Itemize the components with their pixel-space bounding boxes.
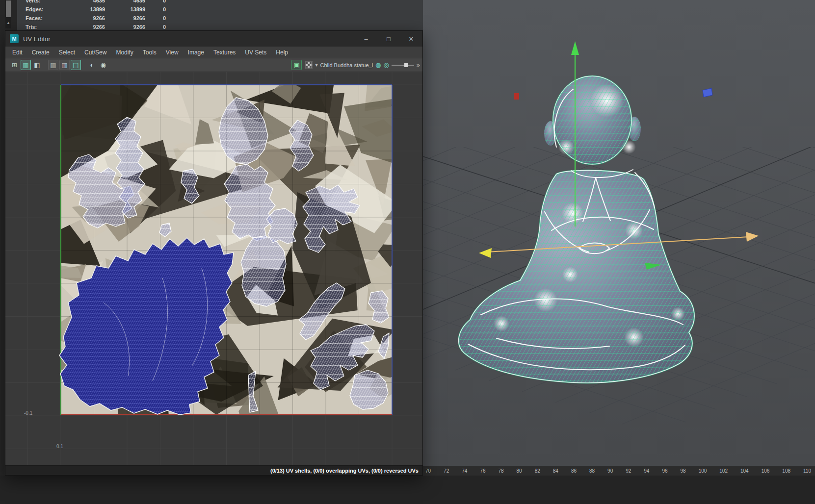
scrollbar-thumb[interactable] bbox=[6, 0, 11, 17]
time-slider[interactable]: 7072747678808284868890929496981001021041… bbox=[423, 466, 815, 476]
timeline-tick[interactable]: 110 bbox=[803, 468, 811, 474]
hud-value: 9266 bbox=[105, 14, 145, 23]
shade-shells-icon[interactable]: ▤ bbox=[71, 60, 81, 70]
slider-handle[interactable] bbox=[404, 63, 408, 67]
buddha-model[interactable] bbox=[459, 76, 694, 383]
hud-row: Edges:13899138990 bbox=[26, 5, 166, 14]
uv-canvas[interactable] bbox=[5, 72, 422, 465]
hud-row: Verts:463546350 bbox=[26, 0, 166, 5]
hud-label: Verts: bbox=[26, 0, 54, 5]
hud-row: Faces:926692660 bbox=[26, 14, 166, 23]
uv-lattice-icon[interactable]: ⊞ bbox=[9, 60, 20, 70]
menu-cut-sew[interactable]: Cut/Sew bbox=[84, 49, 106, 56]
menu-tools[interactable]: Tools bbox=[143, 49, 157, 56]
maximize-button[interactable]: □ bbox=[377, 31, 400, 47]
range-slider-area bbox=[0, 476, 815, 504]
image-display-icon[interactable]: ▣ bbox=[291, 60, 302, 70]
uv-canvas-area[interactable]: -0.1 0.1 bbox=[5, 72, 422, 465]
scroll-up-icon[interactable]: ▲ bbox=[5, 20, 11, 26]
hud-value: 13899 bbox=[105, 5, 145, 14]
minimize-button[interactable]: – bbox=[355, 31, 377, 47]
timeline-tick[interactable]: 92 bbox=[626, 468, 631, 474]
maya-screen: ▲ Verts:463546350Edges:13899138990Faces:… bbox=[0, 0, 815, 504]
poly-count-hud: Verts:463546350Edges:13899138990Faces:92… bbox=[26, 0, 166, 31]
uv-titlebar[interactable]: M UV Editor – □ ✕ bbox=[5, 31, 422, 47]
uv-statusbar: (0/13) UV shells, (0/0) overlapping UVs,… bbox=[5, 465, 422, 475]
hud-label: Edges: bbox=[26, 5, 54, 14]
timeline-tick[interactable]: 98 bbox=[681, 468, 686, 474]
uv-editor-window: M UV Editor – □ ✕ EditCreateSelectCut/Se… bbox=[5, 30, 423, 476]
hud-value: 4635 bbox=[54, 0, 105, 5]
material-swatch-icon[interactable]: ◍ bbox=[375, 61, 381, 69]
grid-coordinate-label: 0.1 bbox=[56, 444, 63, 449]
window-title: UV Editor bbox=[23, 35, 51, 43]
uv-menubar: EditCreateSelectCut/SewModifyToolsViewIm… bbox=[5, 47, 422, 58]
hud-value: 4635 bbox=[105, 0, 145, 5]
uv-toolbar: ⊞ ▦ ◧ ▦ ▥ ▤ ◐ ◉ ▣ ▾ Child Buddha statue_… bbox=[5, 58, 422, 72]
hud-label: Faces: bbox=[26, 14, 54, 23]
hud-value: 9266 bbox=[54, 14, 105, 23]
y-axis-arrowhead[interactable] bbox=[571, 41, 579, 55]
pixel-snap-icon[interactable]: ▥ bbox=[59, 60, 70, 70]
uv-shell[interactable] bbox=[241, 236, 286, 306]
timeline-tick[interactable]: 84 bbox=[553, 468, 558, 474]
timeline-tick[interactable]: 88 bbox=[589, 468, 595, 474]
menu-image[interactable]: Image bbox=[188, 49, 204, 56]
blue-plane-handle[interactable] bbox=[703, 88, 712, 97]
timeline-tick[interactable]: 80 bbox=[517, 468, 522, 474]
scrollbar-track[interactable]: ▲ bbox=[5, 0, 11, 28]
toolbar-separator bbox=[82, 65, 87, 65]
timeline-tick[interactable]: 96 bbox=[662, 468, 667, 474]
timeline-tick[interactable]: 100 bbox=[699, 468, 707, 474]
perspective-viewport[interactable] bbox=[423, 0, 815, 466]
viewport-canvas[interactable] bbox=[423, 0, 815, 466]
timeline-tick[interactable]: 82 bbox=[535, 468, 540, 474]
timeline-tick[interactable]: 72 bbox=[444, 468, 449, 474]
grid-display-icon[interactable]: ▦ bbox=[48, 60, 58, 70]
menu-view[interactable]: View bbox=[166, 49, 179, 56]
timeline-tick[interactable]: 108 bbox=[782, 468, 790, 474]
timeline-tick[interactable]: 104 bbox=[740, 468, 749, 474]
toolbar-overflow-icon[interactable]: » bbox=[417, 61, 420, 69]
timeline-tick[interactable]: 78 bbox=[498, 468, 503, 474]
image-dim-slider[interactable] bbox=[392, 62, 414, 69]
timeline-tick[interactable]: 86 bbox=[571, 468, 577, 474]
hud-value: 0 bbox=[145, 0, 166, 5]
timeline-tick[interactable]: 70 bbox=[425, 468, 431, 474]
menu-create[interactable]: Create bbox=[32, 49, 50, 56]
uv-shell[interactable] bbox=[266, 208, 297, 244]
uv-shell-status: (0/13) UV shells, (0/0) overlapping UVs,… bbox=[270, 468, 419, 474]
timeline-tick[interactable]: 106 bbox=[762, 468, 770, 474]
window-controls: – □ ✕ bbox=[355, 31, 422, 47]
texture-controls: ▣ ▾ Child Buddha statue_l ◍ ◎ » bbox=[291, 60, 422, 70]
hud-value: 13899 bbox=[54, 5, 105, 14]
hud-value: 0 bbox=[145, 14, 166, 23]
image-filter-icon[interactable]: ◉ bbox=[98, 60, 108, 70]
hud-value: 0 bbox=[145, 5, 166, 14]
selected-axis-arrowhead[interactable] bbox=[479, 248, 492, 258]
menu-help[interactable]: Help bbox=[276, 49, 288, 56]
menu-select[interactable]: Select bbox=[59, 49, 75, 56]
uv-split-icon[interactable]: ◧ bbox=[32, 60, 42, 70]
texture-view-icon[interactable]: ◎ bbox=[383, 61, 389, 69]
timeline-tick[interactable]: 74 bbox=[462, 468, 467, 474]
uv-texture-icon[interactable]: ▦ bbox=[21, 60, 31, 70]
timeline-tick[interactable]: 76 bbox=[480, 468, 485, 474]
timeline-tick[interactable]: 90 bbox=[607, 468, 613, 474]
dim-image-icon[interactable]: ◐ bbox=[87, 60, 97, 70]
timeline-tick[interactable]: 94 bbox=[644, 468, 649, 474]
menu-uv-sets[interactable]: UV Sets bbox=[245, 49, 266, 56]
timeline-tick[interactable]: 102 bbox=[719, 468, 728, 474]
wireframe-overlay bbox=[459, 76, 694, 383]
checker-map-icon[interactable] bbox=[305, 61, 313, 69]
texture-selector[interactable]: Child Buddha statue_l bbox=[320, 62, 373, 68]
menu-edit[interactable]: Edit bbox=[12, 49, 23, 56]
chevron-down-icon[interactable]: ▾ bbox=[315, 62, 317, 68]
close-button[interactable]: ✕ bbox=[400, 31, 422, 47]
toolbar-separator bbox=[43, 65, 48, 65]
red-plane-handle[interactable] bbox=[514, 93, 519, 100]
grid-coordinate-label: -0.1 bbox=[24, 410, 32, 416]
menu-modify[interactable]: Modify bbox=[116, 49, 133, 56]
menu-textures[interactable]: Textures bbox=[213, 49, 236, 56]
maya-logo-icon: M bbox=[10, 34, 19, 43]
